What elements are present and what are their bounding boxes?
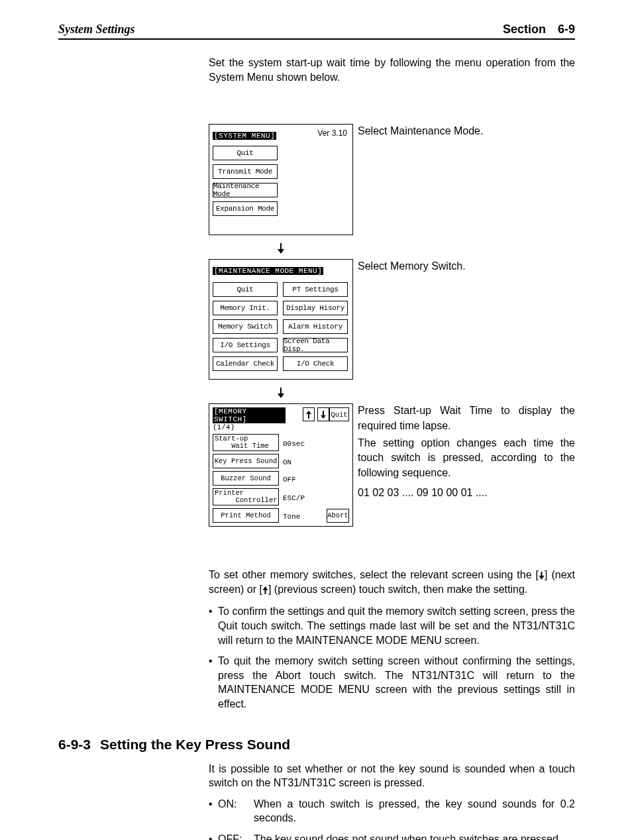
startup-wait-time-button[interactable]: Start-up Wait Time bbox=[213, 434, 279, 451]
arrow-down-icon bbox=[209, 243, 353, 255]
on-row: ON: When a touch switch is pressed, the … bbox=[218, 797, 575, 825]
display-history-button[interactable]: Display Hisory bbox=[283, 301, 348, 315]
subsection-heading: 6-9-3Setting the Key Press Sound bbox=[58, 737, 575, 753]
ms-abort-button[interactable]: Abort bbox=[327, 509, 349, 523]
calendar-check-button[interactable]: Calendar Check bbox=[213, 356, 278, 371]
header-title: System Settings bbox=[58, 23, 135, 36]
fig2-note: Select Memory Switch. bbox=[358, 259, 575, 380]
printer-controller-value: ESC/P bbox=[283, 492, 305, 502]
print-method-value: Tone bbox=[283, 510, 300, 521]
alarm-history-button[interactable]: Alarm History bbox=[283, 319, 348, 334]
arrow-down-icon bbox=[209, 388, 353, 399]
memory-init-button[interactable]: Memory Init. bbox=[213, 301, 278, 315]
maint-quit-button[interactable]: Quit bbox=[213, 282, 278, 297]
fig3-note-2: The setting option changes each time the… bbox=[358, 436, 575, 480]
bullet-icon: • bbox=[209, 832, 218, 840]
page-up-button[interactable] bbox=[303, 407, 315, 421]
off-row: OFF: The key sound does not sound when t… bbox=[218, 832, 575, 840]
sub-intro: It is possible to set whether or not the… bbox=[209, 762, 575, 790]
maintenance-mode-button[interactable]: Maintenance Mode bbox=[213, 183, 278, 197]
transmit-mode-button[interactable]: Transmit Mode bbox=[213, 164, 278, 179]
system-menu-title: [SYSTEM MENU] bbox=[213, 132, 276, 140]
bullet-icon: • bbox=[209, 604, 218, 647]
memory-switch-panel: [MEMORY SWITCH] (1/4) Quit bbox=[209, 403, 353, 527]
page-down-button[interactable] bbox=[317, 407, 329, 421]
memory-switch-title: [MEMORY SWITCH] bbox=[213, 407, 286, 423]
memory-switch-page: (1/4) bbox=[213, 423, 286, 431]
pt-settings-button[interactable]: PT Settings bbox=[283, 282, 348, 297]
print-method-button[interactable]: Print Method bbox=[213, 508, 279, 523]
key-press-sound-button[interactable]: Key Press Sound bbox=[213, 454, 279, 468]
fig3-note-1: Press Start-up Wait Time to display the … bbox=[358, 403, 575, 433]
header-section: Section6-9 bbox=[503, 23, 575, 36]
buzzer-sound-value: OFF bbox=[283, 473, 296, 484]
after-fig-p1: To set other memory switches, select the… bbox=[209, 568, 575, 596]
ms-quit-button[interactable]: Quit bbox=[329, 407, 349, 421]
io-settings-button[interactable]: I/O Settings bbox=[213, 338, 278, 352]
bullet-1: To confirm the settings and quit the mem… bbox=[218, 604, 575, 647]
maintenance-menu-panel: [MAINTENANCE MODE MENU] Quit PT Settings… bbox=[209, 259, 353, 380]
screen-data-disp-button[interactable]: Screen Data Disp. bbox=[283, 338, 348, 352]
startup-wait-time-value: 00sec bbox=[283, 437, 305, 448]
bullet-icon: • bbox=[209, 797, 218, 825]
key-press-sound-value: ON bbox=[283, 456, 291, 466]
version-label: Ver 3.10 bbox=[317, 129, 347, 138]
fig1-note: Select Maintenance Mode. bbox=[358, 124, 575, 235]
system-menu-panel: [SYSTEM MENU] Ver 3.10 Quit Transmit Mod… bbox=[209, 124, 353, 235]
expansion-mode-button[interactable]: Expansion Mode bbox=[213, 201, 278, 216]
bullet-2: To quit the memory switch setting screen… bbox=[218, 654, 575, 711]
io-check-button[interactable]: I/O Check bbox=[283, 356, 348, 371]
fig3-note-3: 01 02 03 .... 09 10 00 01 .... bbox=[358, 486, 575, 500]
buzzer-sound-button[interactable]: Buzzer Sound bbox=[213, 471, 279, 486]
intro-text: Set the system start-up wait time by fol… bbox=[209, 56, 575, 84]
bullet-icon: • bbox=[209, 654, 218, 711]
maintenance-menu-title: [MAINTENANCE MODE MENU] bbox=[213, 267, 323, 275]
quit-button[interactable]: Quit bbox=[213, 146, 278, 160]
printer-controller-button[interactable]: Printer Controller bbox=[213, 488, 279, 505]
memory-switch-button[interactable]: Memory Switch bbox=[213, 319, 278, 334]
